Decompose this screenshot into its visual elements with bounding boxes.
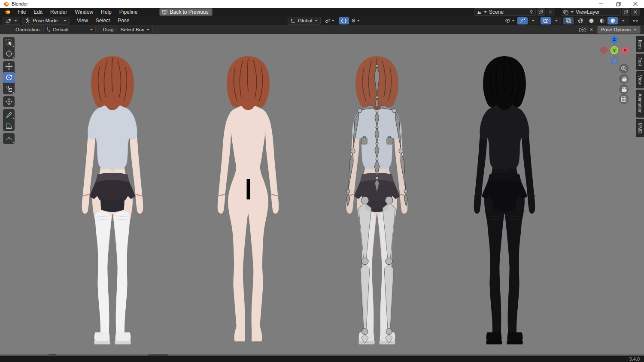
model-clothed[interactable] <box>70 54 155 350</box>
scene-icon <box>477 10 482 15</box>
orientation-axis-icon <box>46 27 50 32</box>
svg-text:Z: Z <box>613 37 616 42</box>
scene-selector[interactable]: Scene <box>474 8 536 16</box>
window-title: Blender <box>12 1 28 6</box>
magnet-icon <box>341 18 346 23</box>
pivot-point-dropdown[interactable] <box>324 17 335 24</box>
menu-help[interactable]: Help <box>97 8 115 16</box>
model-wireframe[interactable] <box>462 54 547 350</box>
blender-menu-logo-icon[interactable] <box>4 9 11 15</box>
model-armature[interactable] <box>334 54 420 350</box>
tool-transform[interactable] <box>3 96 15 107</box>
orientation-dropdown[interactable]: Default <box>43 26 96 34</box>
pose-mode-icon <box>25 18 30 23</box>
tab-item[interactable]: Item <box>636 36 644 52</box>
pose-options-dropdown[interactable]: Pose Options <box>597 26 641 34</box>
show-object-types-dropdown[interactable] <box>504 17 516 24</box>
snap-increment-icon <box>351 18 356 23</box>
version-label: 3.4.0 <box>629 356 644 362</box>
svg-text:X: X <box>624 48 627 52</box>
show-overlays-toggle[interactable] <box>541 17 551 24</box>
menu-file[interactable]: File <box>14 8 30 16</box>
tool-pose-breakdowner[interactable] <box>3 133 15 144</box>
tool-settings-bar: Orientation: Default Drag: Select Box X … <box>0 25 644 35</box>
tab-view[interactable]: View <box>636 71 644 89</box>
orientation-label: Orientation: <box>15 27 41 32</box>
overlays-icon <box>543 18 549 23</box>
mode-dropdown[interactable]: Pose Mode <box>22 17 70 25</box>
close-icon[interactable] <box>627 0 644 8</box>
menu-window[interactable]: Window <box>71 8 97 16</box>
model-nude[interactable] <box>205 54 291 350</box>
tool-scale[interactable] <box>3 83 15 94</box>
snap-toggle[interactable] <box>339 17 349 24</box>
expand-header-icon[interactable] <box>630 17 641 24</box>
shading-material-button[interactable] <box>597 17 607 24</box>
remove-viewlayer-icon[interactable] <box>631 8 640 16</box>
unlink-scene-icon[interactable] <box>546 8 555 16</box>
blender-window: Blender File Edit Render Window Help Pip… <box>0 0 644 362</box>
snap-settings-dropdown[interactable] <box>350 17 361 24</box>
pivot-icon <box>325 18 331 23</box>
x-axis-mirror-toggle[interactable]: X <box>587 26 595 33</box>
wireframe-sphere-icon <box>578 18 583 24</box>
blender-logo-icon <box>3 1 9 7</box>
menu-view[interactable]: View <box>73 16 92 25</box>
zoom-view-icon[interactable] <box>619 64 629 73</box>
editor-type-button[interactable] <box>3 17 20 25</box>
screen-back-icon <box>162 10 167 15</box>
tab-mmd[interactable]: MMD <box>636 119 644 137</box>
solid-sphere-icon <box>589 18 594 24</box>
os-titlebar: Blender <box>0 0 644 8</box>
viewport-header: Pose Mode View Select Pose Global <box>0 16 644 25</box>
gizmo-settings-dropdown[interactable] <box>528 17 538 24</box>
pan-view-icon[interactable] <box>619 74 629 84</box>
new-scene-icon[interactable] <box>537 8 545 16</box>
tab-tool[interactable]: Tool <box>636 54 644 69</box>
toggle-ortho-grid-icon[interactable] <box>619 94 629 104</box>
menu-pose[interactable]: Pose <box>114 16 133 25</box>
pin-icon[interactable] <box>529 10 533 15</box>
overlays-settings-dropdown[interactable] <box>551 17 562 24</box>
orientation-gizmo[interactable]: Z X Y <box>599 35 629 65</box>
viewlayer-icon <box>563 10 568 15</box>
transform-orientation-dropdown[interactable]: Global <box>288 17 321 25</box>
show-gizmo-toggle[interactable] <box>517 17 528 24</box>
tool-move[interactable] <box>3 61 15 72</box>
drag-label: Drag: <box>103 27 115 32</box>
svg-text:Y: Y <box>613 48 616 53</box>
menu-render[interactable]: Render <box>46 8 71 16</box>
tool-select-box[interactable] <box>3 37 15 48</box>
shading-wireframe-button[interactable] <box>575 17 586 24</box>
rendered-sphere-icon <box>610 18 616 24</box>
3d-viewport[interactable]: Z X Y Item Tool View Animation <box>0 34 644 356</box>
viewlayer-selector[interactable]: ViewLayer <box>561 8 621 16</box>
material-sphere-icon <box>599 18 605 24</box>
drag-dropdown[interactable]: Select Box <box>118 26 153 34</box>
mirror-icon <box>579 27 586 33</box>
sidebar-tabs: Item Tool View Animation MMD <box>636 36 644 137</box>
menu-select[interactable]: Select <box>92 16 114 25</box>
new-viewlayer-icon[interactable] <box>622 8 630 16</box>
top-menubar: File Edit Render Window Help Pipeline Ba… <box>0 8 644 16</box>
tab-animation[interactable]: Animation <box>636 90 644 118</box>
region-handle[interactable] <box>49 354 56 355</box>
camera-view-icon[interactable] <box>619 84 629 94</box>
tool-shelf <box>3 37 15 144</box>
tool-measure[interactable] <box>3 120 15 131</box>
editor-3d-viewport-icon <box>6 18 12 23</box>
shading-rendered-button[interactable] <box>608 17 618 24</box>
shading-solid-button[interactable] <box>586 17 596 24</box>
menu-pipeline[interactable]: Pipeline <box>115 8 142 16</box>
restore-icon[interactable] <box>610 0 627 8</box>
tool-rotate[interactable] <box>3 72 15 83</box>
shading-settings-dropdown[interactable] <box>618 17 629 24</box>
tool-annotate[interactable] <box>3 109 15 120</box>
xray-toggle[interactable] <box>563 17 574 24</box>
tool-cursor[interactable] <box>3 48 15 59</box>
status-bar: 3.4.0 <box>0 356 644 362</box>
xray-icon <box>566 18 571 23</box>
back-to-previous-button[interactable]: Back to Previous <box>159 8 212 16</box>
menu-edit[interactable]: Edit <box>30 8 46 16</box>
minimize-icon[interactable] <box>592 0 610 8</box>
